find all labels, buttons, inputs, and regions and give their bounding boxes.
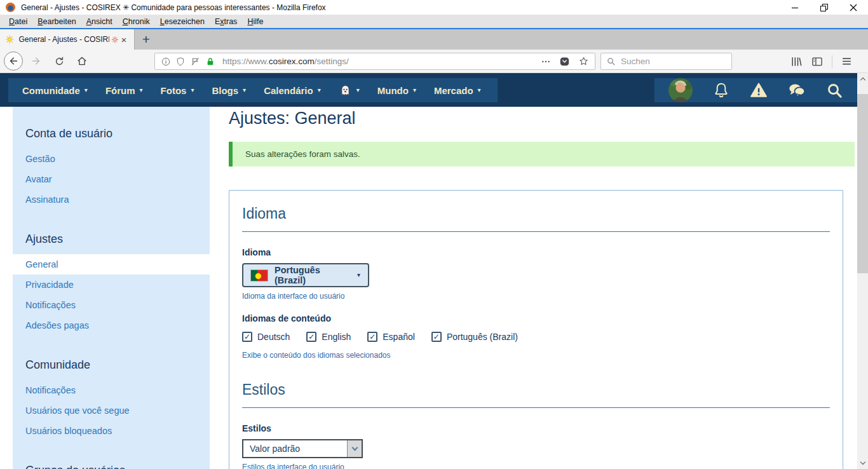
menu-extras[interactable]: Extras xyxy=(210,17,242,26)
shield-icon[interactable] xyxy=(175,57,186,67)
sidebar-item-assinatura[interactable]: Assinatura xyxy=(13,189,210,210)
nav-ghost-menu[interactable] xyxy=(330,84,369,97)
menu-hilfe[interactable]: Hilfe xyxy=(242,17,268,26)
scroll-up-button[interactable] xyxy=(857,74,868,85)
checkbox-checked-icon[interactable] xyxy=(367,332,377,342)
chevron-down-icon xyxy=(351,445,358,451)
url-text: https://www.cosirex.com/settings/ xyxy=(222,57,349,66)
sidebar-section-ajustes: Ajustes xyxy=(13,220,210,254)
sidebar-toggle-icon[interactable] xyxy=(811,55,824,68)
sidebar-item-notificacoes[interactable]: Notificações xyxy=(13,295,210,315)
tab-bar: General - Ajustes - COSIREX xyxy=(0,29,868,50)
back-icon xyxy=(8,55,19,67)
menu-chronik[interactable]: Chronik xyxy=(118,17,155,26)
scroll-down-button[interactable] xyxy=(857,458,868,468)
styles-select[interactable]: Valor padrão xyxy=(242,439,363,458)
success-alert-text: Suas alterações foram salvas. xyxy=(245,149,360,159)
page-actions-icon[interactable] xyxy=(541,57,551,67)
checkbox-espanol[interactable]: Español xyxy=(367,332,415,342)
vertical-scrollbar[interactable] xyxy=(857,73,868,469)
search-input[interactable] xyxy=(621,57,716,66)
chevron-down-icon xyxy=(357,272,360,278)
scrollbar-thumb[interactable] xyxy=(857,94,868,273)
checkbox-checked-icon[interactable] xyxy=(431,332,442,342)
checkbox-portugues-brazil[interactable]: Português (Brazil) xyxy=(431,332,518,342)
nav-fotos[interactable]: Fotos xyxy=(152,85,203,96)
tab-active[interactable]: General - Ajustes - COSIREX xyxy=(0,29,135,50)
site-navbar: Comunidade Fórum Fotos Blogs Calendário … xyxy=(0,73,857,107)
page-info-icon[interactable] xyxy=(161,57,171,67)
styles-field-hint: Estilos da interface do usuário xyxy=(242,463,830,469)
restore-button[interactable] xyxy=(810,0,839,15)
ghost-icon xyxy=(339,84,352,97)
site-search-icon[interactable] xyxy=(825,81,843,99)
notifications-bell-icon[interactable] xyxy=(712,81,730,99)
nav-mercado[interactable]: Mercado xyxy=(425,85,490,96)
minimize-button[interactable] xyxy=(780,0,810,15)
sidebar-item-gestao[interactable]: Gestão xyxy=(13,149,210,169)
alerts-warning-icon[interactable] xyxy=(750,81,768,99)
starburst-favicon xyxy=(5,34,15,44)
chevron-down-icon xyxy=(140,87,143,93)
nav-calendario[interactable]: Calendário xyxy=(255,85,330,96)
section-divider xyxy=(242,407,830,408)
user-avatar[interactable] xyxy=(668,78,693,102)
language-dropdown-button[interactable]: Português (Brazil) xyxy=(242,263,369,287)
close-icon xyxy=(848,3,858,13)
menu-datei[interactable]: Datei xyxy=(4,17,32,26)
chevron-down-icon xyxy=(860,459,865,465)
sidebar-item-usuarios-bloqueados[interactable]: Usuários bloqueados xyxy=(13,421,210,441)
library-icon[interactable] xyxy=(790,55,803,68)
lock-secure-icon[interactable] xyxy=(205,57,215,67)
checkbox-checked-icon[interactable] xyxy=(242,332,252,342)
new-tab-button[interactable] xyxy=(135,29,158,50)
url-bar[interactable]: https://www.cosirex.com/settings/ xyxy=(154,53,595,70)
nav-comunidade[interactable]: Comunidade xyxy=(13,85,97,96)
sidebar-item-usuarios-que-voce-segue[interactable]: Usuários que você segue xyxy=(13,400,210,421)
sidebar-item-general[interactable]: General xyxy=(13,254,210,275)
tracking-protection-icon[interactable] xyxy=(190,57,201,67)
sidebar-item-avatar[interactable]: Avatar xyxy=(13,169,210,189)
forward-button[interactable] xyxy=(27,51,46,71)
restore-icon xyxy=(819,3,829,13)
hamburger-menu-icon[interactable] xyxy=(841,55,853,67)
messages-chat-icon[interactable] xyxy=(788,81,806,99)
sidebar-section-grupos: Grupos de usuários xyxy=(13,451,210,469)
browser-toolbar: https://www.cosirex.com/settings/ xyxy=(0,50,868,73)
settings-panel: Idioma Idioma Português (Brazil) Idioma … xyxy=(229,190,843,469)
left-gutter xyxy=(0,107,13,469)
menu-lesezeichen[interactable]: Lesezeichen xyxy=(155,17,210,26)
close-button[interactable] xyxy=(839,0,868,15)
settings-sidebar: Conta de usuário Gestão Avatar Assinatur… xyxy=(13,107,210,469)
content-languages-hint: Exibe o conteúdo dos idiomas selecionado… xyxy=(242,351,830,360)
chevron-down-icon xyxy=(85,87,88,93)
nav-blogs[interactable]: Blogs xyxy=(203,85,255,96)
sidebar-item-comunidade-notificacoes[interactable]: Notificações xyxy=(13,380,210,400)
nav-forum[interactable]: Fórum xyxy=(97,85,152,96)
starburst-red-icon xyxy=(111,36,119,44)
sidebar-section-conta: Conta de usuário xyxy=(13,114,210,149)
select-arrow-button[interactable] xyxy=(347,440,362,457)
reload-button[interactable] xyxy=(50,51,69,71)
window-title: General - Ajustes - COSIREX ✳ Comunidade… xyxy=(21,3,326,12)
bookmark-star-icon[interactable] xyxy=(578,56,589,67)
menu-bearbeiten[interactable]: Bearbeiten xyxy=(32,17,81,26)
styles-field-label: Estilos xyxy=(242,423,830,433)
search-bar[interactable] xyxy=(600,53,732,70)
section-title-estilos: Estilos xyxy=(242,381,830,398)
checkbox-checked-icon[interactable] xyxy=(306,332,316,342)
nav-mundo[interactable]: Mundo xyxy=(369,85,425,96)
back-button[interactable] xyxy=(4,51,23,71)
sidebar-item-adesoes-pagas[interactable]: Adesões pagas xyxy=(13,315,210,336)
sidebar-item-privacidade[interactable]: Privacidade xyxy=(13,275,210,295)
home-button[interactable] xyxy=(72,51,92,71)
pocket-icon[interactable] xyxy=(559,56,570,67)
content-languages-row: Deutsch English Español Português (Brazi… xyxy=(242,332,830,342)
reload-icon xyxy=(54,56,65,67)
site-nav-usertools xyxy=(654,78,857,102)
tab-close-icon[interactable] xyxy=(119,34,129,45)
language-field-label: Idioma xyxy=(242,247,830,257)
menu-ansicht[interactable]: Ansicht xyxy=(81,17,118,26)
checkbox-english[interactable]: English xyxy=(306,332,351,342)
checkbox-deutsch[interactable]: Deutsch xyxy=(242,332,290,342)
